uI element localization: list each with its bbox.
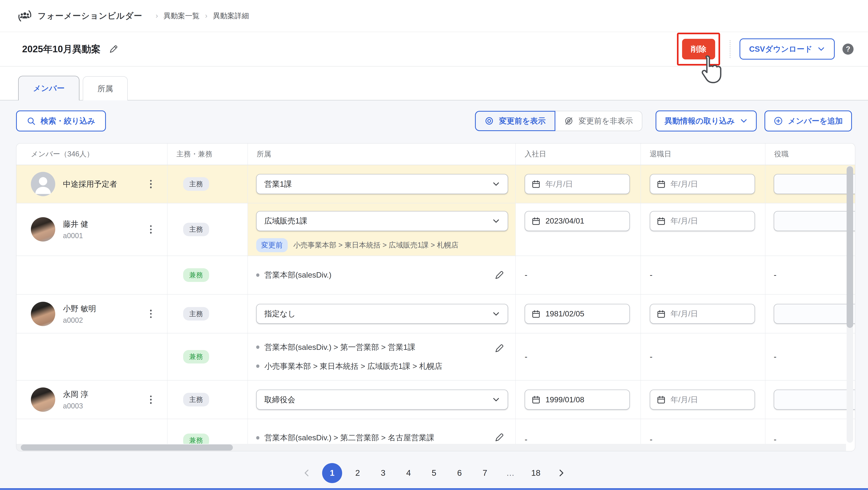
breadcrumb: › 異動案一覧 › 異動案詳細 — [150, 11, 249, 21]
leave-date-input[interactable]: 年/月/日 — [650, 211, 755, 231]
hire-date-cell: 年/月/日 — [516, 165, 641, 203]
edit-title-icon[interactable] — [109, 44, 118, 54]
title-actions: 削除 CSVダウンロード ? — [682, 38, 854, 60]
leave-date-cell: - — [641, 333, 766, 380]
row-menu-button[interactable] — [148, 178, 154, 190]
edit-department-icon[interactable] — [494, 343, 504, 353]
department-select[interactable]: 指定なし — [256, 304, 508, 324]
import-transfer-label: 異動情報の取り込み — [665, 116, 735, 126]
duty-cell: 兼務 — [167, 256, 248, 295]
hide-before-button[interactable]: 変更前を非表示 — [555, 111, 642, 131]
department-cell: 営業本部(salesDiv.) > 第一営業部 > 営業1課 小売事業本部 > … — [248, 333, 516, 380]
row-menu-button[interactable] — [148, 223, 154, 236]
duty-badge: 兼務 — [183, 350, 209, 364]
empty-value: - — [525, 270, 527, 280]
role-input[interactable] — [774, 211, 855, 231]
breadcrumb-separator: › — [156, 12, 158, 20]
hire-date-cell: - — [516, 333, 641, 380]
import-transfer-button[interactable]: 異動情報の取り込み — [656, 111, 757, 132]
page-button[interactable]: 6 — [450, 463, 469, 483]
leave-date-placeholder: 年/月/日 — [671, 394, 698, 405]
duty-cell: 主務 — [167, 203, 248, 255]
tab-members[interactable]: メンバー — [18, 76, 80, 100]
chevron-down-icon — [740, 117, 748, 125]
leave-date-cell: 年/月/日 — [641, 295, 766, 333]
avatar — [31, 302, 55, 326]
csv-download-label: CSVダウンロード — [749, 44, 812, 55]
hire-date-value: 1981/02/05 — [546, 309, 584, 318]
duty-badge: 主務 — [183, 223, 209, 236]
empty-value: - — [525, 352, 527, 362]
edit-department-icon[interactable] — [494, 432, 504, 442]
hire-date-input[interactable]: 1981/02/05 — [525, 304, 630, 324]
department-select[interactable]: 広域販売1課 — [256, 211, 508, 231]
page-button[interactable]: 3 — [373, 463, 393, 483]
help-icon[interactable]: ? — [842, 43, 854, 55]
horizontal-scrollbar[interactable] — [17, 444, 846, 451]
hire-date-value: 2023/04/01 — [546, 217, 584, 225]
empty-value: - — [774, 435, 777, 444]
role-input[interactable] — [774, 174, 855, 194]
row-menu-button[interactable] — [148, 307, 154, 320]
empty-value: - — [650, 352, 653, 362]
content-area: 検索・絞り込み 変更前を表示 変更前を非表示 異動情報の取り込み — [0, 100, 868, 490]
search-icon — [27, 117, 36, 125]
department-select[interactable]: 営業1課 — [256, 174, 508, 194]
role-cell: - — [766, 256, 855, 295]
breadcrumb-transfer-list[interactable]: 異動案一覧 — [163, 11, 199, 21]
leave-date-input[interactable]: 年/月/日 — [650, 174, 755, 194]
tab-departments[interactable]: 所属 — [83, 76, 128, 100]
department-cell: 営業本部(salesDiv.) — [248, 256, 516, 295]
duty-cell: 兼務 — [167, 333, 248, 380]
hand-cursor-icon — [699, 54, 724, 85]
hire-date-cell: 2023/04/01 — [516, 203, 641, 255]
next-page-icon[interactable] — [551, 463, 571, 483]
edit-department-icon[interactable] — [494, 270, 504, 280]
page-button[interactable]: 5 — [424, 463, 444, 483]
role-input[interactable] — [774, 304, 855, 324]
app-window: フォーメーションビルダー › 異動案一覧 › 異動案詳細 2025年10月異動案… — [0, 0, 868, 490]
duty-badge: 兼務 — [183, 268, 209, 282]
vertical-scrollbar[interactable] — [847, 166, 854, 443]
leave-date-input[interactable]: 年/月/日 — [650, 390, 755, 409]
page-button[interactable]: 1 — [322, 463, 342, 483]
show-before-button[interactable]: 変更前を表示 — [475, 111, 555, 131]
department-cell: 取締役会 — [248, 380, 516, 419]
hire-date-input[interactable]: 2023/04/01 — [525, 211, 630, 231]
leave-date-input[interactable]: 年/月/日 — [650, 304, 755, 324]
member-cell — [17, 256, 167, 295]
page-button[interactable]: 7 — [475, 463, 495, 483]
before-change-path: 小売事業本部 > 東日本統括 > 広域販売1課 > 札幌店 — [293, 240, 459, 250]
department-select[interactable]: 取締役会 — [256, 390, 508, 409]
page-button[interactable]: 2 — [348, 463, 368, 483]
page-button[interactable]: 18 — [526, 463, 546, 483]
tab-bar: メンバー 所属 — [0, 66, 868, 100]
duty-badge: 主務 — [183, 393, 209, 406]
table-row: 兼務 営業本部(salesDiv.) > 第一営業部 > 営業1課 小売事業本部… — [17, 333, 855, 380]
member-id: a0002 — [63, 316, 96, 325]
role-input[interactable] — [774, 390, 855, 409]
row-menu-button[interactable] — [148, 393, 154, 406]
department-cell: 指定なし — [248, 295, 516, 333]
table-row: 小野 敏明 a0002 主務 指定なし — [17, 295, 855, 333]
page-button[interactable]: 4 — [399, 463, 418, 483]
department-select-value: 取締役会 — [264, 394, 296, 405]
leave-date-cell: - — [641, 256, 766, 295]
vertical-scrollbar-thumb[interactable] — [847, 166, 854, 328]
previous-page-icon[interactable] — [297, 463, 317, 483]
add-member-button[interactable]: メンバーを追加 — [765, 111, 852, 132]
member-name: 中途採用予定者 — [63, 179, 117, 189]
role-cell — [766, 203, 855, 255]
hire-date-input[interactable]: 年/月/日 — [525, 174, 630, 194]
column-header-hire-date: 入社日 — [516, 144, 641, 165]
role-cell — [766, 165, 855, 203]
hire-date-input[interactable]: 1999/01/08 — [525, 390, 630, 409]
duty-badge: 主務 — [183, 177, 209, 191]
column-header-leave-date: 退職日 — [641, 144, 766, 165]
breadcrumb-separator: › — [205, 12, 208, 20]
department-select-value: 広域販売1課 — [264, 216, 307, 226]
csv-download-button[interactable]: CSVダウンロード — [740, 38, 835, 60]
horizontal-scrollbar-thumb[interactable] — [21, 445, 233, 451]
table-row: 永岡 淳 a0003 主務 取締役会 — [17, 380, 855, 419]
search-filter-button[interactable]: 検索・絞り込み — [16, 111, 106, 132]
